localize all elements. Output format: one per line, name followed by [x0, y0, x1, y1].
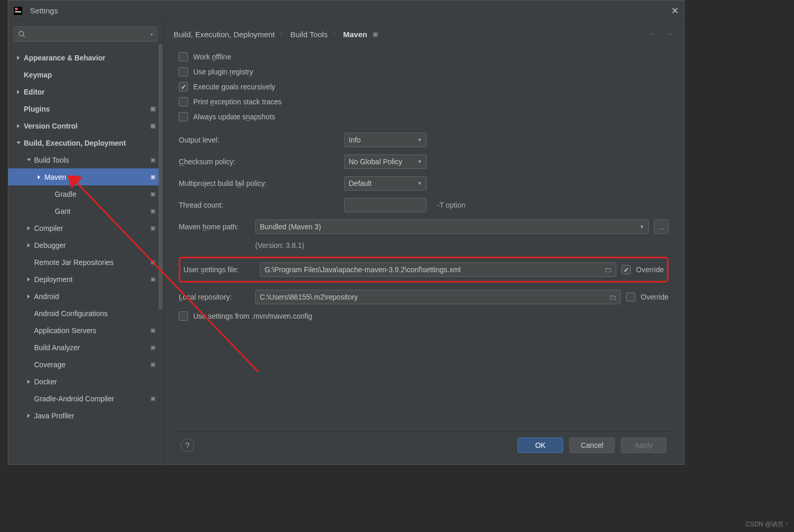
highlighted-section: User settings file: 🗀 Override	[179, 257, 668, 283]
chevron-right-icon: 〉	[280, 30, 285, 38]
checksum-select[interactable]: No Global Policy▼	[344, 154, 427, 169]
tree-gradle-android-compiler[interactable]: Gradle-Android Compiler▣	[8, 390, 163, 407]
execute-goals-label: Execute goals recursively	[193, 83, 275, 91]
breadcrumb-item[interactable]: Build, Execution, Deployment	[174, 30, 275, 39]
scrollbar[interactable]	[159, 44, 163, 310]
nav-back-icon[interactable]: ←	[648, 29, 657, 40]
apply-button[interactable]: Apply	[621, 437, 666, 453]
execute-goals-checkbox[interactable]	[179, 82, 188, 91]
chevron-right-icon	[26, 225, 32, 231]
chevron-right-icon	[26, 413, 32, 419]
tree-gradle[interactable]: Gradle▣	[8, 185, 163, 202]
folder-icon[interactable]: 🗀	[609, 293, 616, 301]
help-button[interactable]: ?	[181, 439, 194, 452]
tree-plugins[interactable]: Plugins▣	[8, 100, 163, 117]
always-update-row: Always update snapshots	[179, 112, 668, 121]
use-plugin-registry-label: Use plugin registry	[193, 68, 253, 76]
chevron-right-icon	[26, 379, 32, 385]
print-exception-checkbox[interactable]	[179, 97, 188, 106]
chevron-right-icon	[15, 89, 22, 95]
chevron-down-icon	[26, 157, 32, 163]
chevron-right-icon: 〉	[333, 30, 338, 38]
cancel-button[interactable]: Cancel	[569, 437, 615, 453]
project-icon: ▣	[150, 259, 159, 265]
tree-appearance[interactable]: Appearance & Behavior	[8, 49, 163, 66]
project-icon: ▣	[150, 208, 159, 214]
caret-down-icon: ▼	[417, 181, 422, 186]
user-settings-override-checkbox[interactable]	[621, 265, 631, 274]
breadcrumb-current: Maven	[343, 30, 367, 39]
tree-debugger[interactable]: Debugger	[8, 237, 163, 254]
use-plugin-registry-checkbox[interactable]	[179, 67, 188, 76]
project-icon: ▣	[372, 30, 378, 38]
settings-dialog: Settings ✕ ▾ Appearance & Behavior Keyma…	[8, 0, 684, 465]
project-icon: ▣	[150, 191, 159, 197]
chevron-right-icon	[26, 276, 32, 283]
ok-button[interactable]: OK	[518, 437, 563, 453]
print-exception-label: Print exception stack traces	[193, 98, 282, 106]
project-icon: ▣	[150, 122, 159, 129]
tree-android[interactable]: Android	[8, 288, 163, 305]
tree-build-analyzer[interactable]: Build Analyzer▣	[8, 339, 163, 356]
user-settings-input[interactable]: 🗀	[260, 262, 616, 277]
browse-button[interactable]: …	[654, 220, 668, 234]
use-settings-from-label: Use settings from .mvn/maven.config	[193, 312, 312, 320]
tree-java-profiler[interactable]: Java Profiler	[8, 407, 163, 424]
maven-home-select[interactable]: Bundled (Maven 3)▼	[255, 220, 649, 234]
tree-application-servers[interactable]: Application Servers▣	[8, 322, 163, 339]
tree-gant[interactable]: Gant▣	[8, 202, 163, 220]
multiproject-select[interactable]: Default▼	[344, 176, 427, 191]
local-repo-override-checkbox[interactable]	[626, 292, 635, 302]
svg-rect-1	[15, 8, 18, 10]
nav-forward-icon[interactable]: →	[664, 29, 674, 40]
tree-deployment[interactable]: Deployment▣	[8, 271, 163, 288]
work-offline-checkbox[interactable]	[179, 52, 188, 61]
local-repo-label: Local repository:	[179, 293, 250, 301]
tree-build-tools[interactable]: Build Tools▣	[8, 151, 163, 168]
override-label: Override	[641, 293, 668, 301]
breadcrumb: Build, Execution, Deployment 〉 Build Too…	[174, 21, 674, 47]
tree-remote-jar[interactable]: Remote Jar Repositories▣	[8, 254, 163, 271]
user-settings-row: User settings file: 🗀 Override	[183, 262, 664, 277]
search-input[interactable]: ▾	[13, 26, 158, 42]
use-settings-from-checkbox[interactable]	[179, 311, 188, 321]
folder-icon[interactable]: 🗀	[604, 265, 612, 274]
work-offline-row: Work offline	[179, 52, 668, 61]
tree-docker[interactable]: Docker	[8, 373, 163, 390]
main-panel: Build, Execution, Deployment 〉 Build Too…	[163, 21, 684, 464]
tree-version-control[interactable]: Version Control▣	[8, 117, 163, 134]
search-field[interactable]	[25, 30, 150, 38]
tree-editor[interactable]: Editor	[8, 83, 163, 100]
maven-version: (Version: 3.8.1)	[255, 241, 668, 249]
project-icon: ▣	[150, 327, 159, 334]
thread-hint: -T option	[437, 201, 465, 209]
output-level-select[interactable]: Info▼	[344, 133, 427, 147]
chevron-right-icon	[36, 174, 42, 180]
output-level-label: Output level:	[179, 136, 339, 144]
search-icon	[18, 30, 25, 38]
breadcrumb-item[interactable]: Build Tools	[290, 30, 328, 39]
tree-keymap[interactable]: Keymap	[8, 66, 163, 83]
close-icon[interactable]: ✕	[671, 5, 679, 17]
tree-build-execution-deployment[interactable]: Build, Execution, Deployment	[8, 134, 163, 151]
tree-coverage[interactable]: Coverage▣	[8, 356, 163, 373]
project-icon: ▣	[150, 174, 159, 180]
svg-point-3	[19, 32, 24, 36]
tree-maven[interactable]: Maven▣	[8, 168, 163, 185]
project-icon: ▣	[150, 157, 159, 163]
use-settings-from-row: Use settings from .mvn/maven.config	[179, 311, 668, 321]
search-caret-icon: ▾	[150, 32, 153, 37]
checksum-label: Checksum policy:	[179, 158, 339, 166]
caret-down-icon: ▼	[417, 137, 422, 143]
caret-down-icon: ▼	[640, 224, 644, 229]
caret-down-icon: ▼	[417, 159, 422, 164]
settings-tree[interactable]: Appearance & Behavior Keymap Editor Plug…	[8, 47, 163, 464]
tree-compiler[interactable]: Compiler▣	[8, 220, 163, 237]
checksum-row: Checksum policy: No Global Policy▼	[179, 154, 668, 169]
tree-android-configurations[interactable]: Android Configurations	[8, 305, 163, 322]
thread-count-input[interactable]	[344, 198, 427, 212]
dialog-body: ▾ Appearance & Behavior Keymap Editor Pl…	[8, 21, 684, 464]
local-repo-input[interactable]: 🗀	[255, 290, 621, 304]
always-update-checkbox[interactable]	[179, 112, 188, 121]
user-settings-label: User settings file:	[183, 265, 255, 274]
